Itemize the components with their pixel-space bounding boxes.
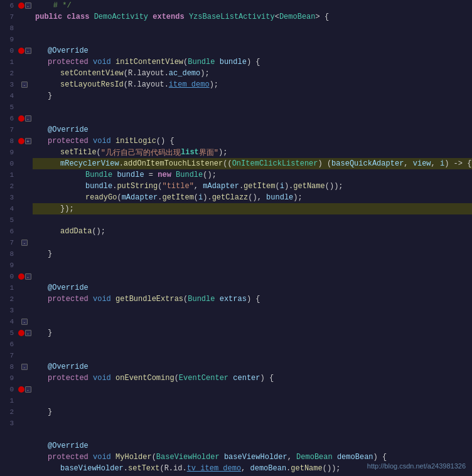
code-line: setTitle("几行自己写的代码出现list界面"); [33, 147, 472, 158]
code-line [33, 260, 472, 271]
gutter-row: 6 - [0, 0, 33, 11]
code-line [33, 113, 472, 124]
code-editor: 6 - 7 8 9 0 - [0, 0, 472, 476]
code-line: @Override [33, 124, 472, 135]
code-line [33, 34, 472, 45]
fold-icon[interactable]: - [25, 48, 31, 54]
code-line: protected void MyHolder(BaseViewHolder b… [33, 452, 472, 463]
breakpoint-dot[interactable] [18, 386, 24, 393]
code-line [33, 395, 472, 406]
breakpoint-dot[interactable] [18, 330, 24, 336]
code-line: protected void initContentView(Bundle bu… [33, 56, 472, 68]
code-line: @Override [33, 45, 472, 56]
fold-icon[interactable]: - [25, 386, 31, 393]
code-line: @Override [33, 282, 472, 294]
fold-icon[interactable]: - [21, 319, 28, 325]
code-line: setLayoutResId(R.layout.item_demo); [33, 79, 472, 90]
code-line [33, 384, 472, 395]
code-line: @Override [33, 440, 472, 452]
code-line [33, 271, 472, 282]
code-line [33, 305, 472, 316]
code-line: baseViewHolder.setText(R.id.tv_item_demo… [33, 463, 472, 474]
code-line: } [33, 327, 472, 339]
code-line: readyGo(mAdapter.getItem(i).getClazz(), … [33, 192, 472, 203]
code-lines: # */ public class DemoActivity extends Y… [33, 0, 472, 476]
code-line: protected void initLogic() { [33, 135, 472, 147]
fold-icon[interactable]: - [25, 330, 31, 336]
breakpoint-dot[interactable] [18, 48, 24, 54]
code-line: # */ [33, 0, 472, 11]
code-line [33, 102, 472, 113]
code-line [33, 350, 472, 361]
code-line: } [33, 248, 472, 260]
fold-icon[interactable]: + [25, 138, 31, 144]
breakpoint-dot[interactable] [18, 3, 24, 9]
code-line [33, 23, 472, 34]
code-line: protected void onEventComing(EventCenter… [33, 373, 472, 384]
fold-icon[interactable]: - [25, 273, 31, 280]
code-line [33, 429, 472, 440]
fold-icon[interactable]: - [21, 240, 28, 246]
code-line: setContentView(R.layout.ac_demo); [33, 68, 472, 79]
code-content: # */ public class DemoActivity extends Y… [33, 0, 472, 476]
breakpoint-dot[interactable] [18, 115, 24, 122]
line-gutter: 6 - 7 8 9 0 - [0, 0, 33, 476]
code-line: }); [33, 203, 472, 214]
code-line: } [33, 406, 472, 418]
code-line: addData(); [33, 226, 472, 237]
code-line: mRecyclerView.addOnItemTouchListener((On… [33, 158, 472, 169]
code-line [33, 339, 472, 350]
fold-icon[interactable]: - [21, 82, 28, 88]
code-line [33, 418, 472, 429]
code-line: Bundle bundle = new Bundle(); [33, 169, 472, 181]
code-line: bundle.putString("title", mAdapter.getIt… [33, 181, 472, 192]
code-line [33, 237, 472, 248]
fold-icon[interactable]: - [25, 3, 31, 9]
fold-icon[interactable]: - [21, 364, 28, 370]
breakpoint-dot[interactable] [18, 273, 24, 280]
code-line: public class DemoActivity extends YzsBas… [33, 11, 472, 23]
code-line: protected void getBundleExtras(Bundle ex… [33, 294, 472, 305]
fold-icon[interactable]: - [25, 115, 31, 122]
breakpoint-dot[interactable] [18, 138, 24, 144]
code-line [33, 214, 472, 226]
code-line [33, 316, 472, 327]
code-line: } [33, 90, 472, 102]
code-line: @Override [33, 361, 472, 373]
